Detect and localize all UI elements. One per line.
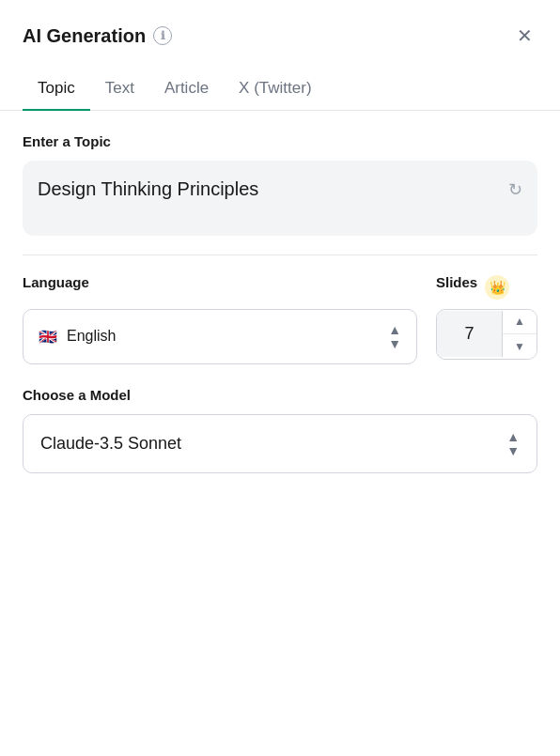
model-select[interactable]: Claude-3.5 Sonnet ▲ ▼: [23, 414, 537, 473]
model-chevron-icon: ▲ ▼: [506, 430, 520, 457]
language-label: Language: [23, 274, 417, 290]
panel: AI Generation ℹ ✕ Topic Text Article X (…: [0, 0, 560, 756]
divider: [23, 255, 537, 255]
language-select-inner: 🇬🇧 English: [39, 328, 116, 346]
language-chevron-icon: ▲ ▼: [388, 323, 401, 350]
slides-stepper: ▲ ▼: [503, 310, 537, 359]
language-flag: 🇬🇧: [39, 328, 57, 346]
slides-field: Slides 👑 7 ▲ ▼: [436, 274, 537, 360]
topic-input-value: Design Thinking Principles: [38, 176, 508, 202]
content-area: Enter a Topic Design Thinking Principles…: [0, 111, 560, 496]
crown-badge: 👑: [485, 275, 509, 300]
tab-text[interactable]: Text: [90, 68, 149, 111]
topic-label: Enter a Topic: [23, 133, 537, 149]
tab-topic[interactable]: Topic: [23, 68, 90, 111]
info-icon[interactable]: ℹ: [153, 26, 172, 45]
slides-control: 7 ▲ ▼: [436, 309, 537, 360]
model-value: Claude-3.5 Sonnet: [40, 434, 181, 454]
panel-title: AI Generation: [23, 25, 146, 47]
tab-twitter[interactable]: X (Twitter): [224, 68, 326, 111]
language-value: English: [67, 328, 116, 345]
slides-label: Slides: [436, 274, 477, 290]
crown-icon: 👑: [490, 280, 506, 295]
close-button[interactable]: ✕: [511, 23, 537, 49]
topic-input-area[interactable]: Design Thinking Principles ↻: [23, 161, 537, 236]
header-left: AI Generation ℹ: [23, 25, 172, 47]
refresh-icon[interactable]: ↻: [508, 179, 522, 200]
language-field: Language 🇬🇧 English ▲ ▼: [23, 274, 417, 364]
tabs-bar: Topic Text Article X (Twitter): [0, 68, 560, 111]
tab-article[interactable]: Article: [149, 68, 224, 111]
slides-increment-button[interactable]: ▲: [503, 310, 537, 334]
language-slides-row: Language 🇬🇧 English ▲ ▼ Slides: [23, 274, 537, 364]
language-select[interactable]: 🇬🇧 English ▲ ▼: [23, 309, 417, 364]
header: AI Generation ℹ ✕: [0, 0, 560, 49]
slides-decrement-button[interactable]: ▼: [503, 334, 537, 359]
slides-value: 7: [437, 311, 503, 357]
slides-label-row: Slides 👑: [436, 274, 537, 301]
model-label: Choose a Model: [23, 387, 537, 403]
